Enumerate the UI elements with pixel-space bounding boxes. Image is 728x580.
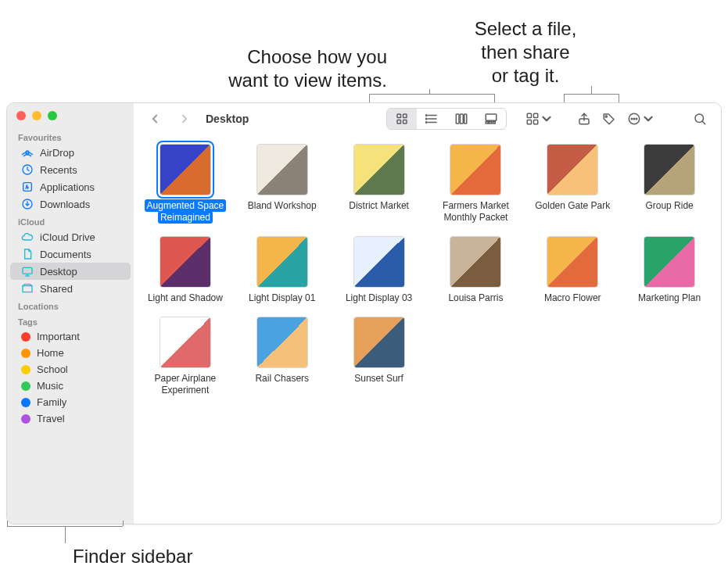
- file-item[interactable]: Marketing Plan: [624, 236, 715, 304]
- sidebar-item-desktop[interactable]: Desktop: [10, 263, 131, 280]
- file-label: Bland Workshop: [248, 200, 317, 211]
- section-header: Favourites: [7, 128, 134, 144]
- file-thumbnail: [256, 144, 308, 195]
- tag-dot: [21, 365, 30, 374]
- callout-sidebar: Finder sidebar: [73, 546, 192, 567]
- file-item[interactable]: Group Ride: [624, 144, 715, 224]
- svg-rect-22: [490, 122, 492, 124]
- tag-button[interactable]: [597, 109, 621, 129]
- callout-share: Select a file, then share or tag it.: [463, 17, 588, 88]
- svg-point-29: [605, 116, 607, 117]
- svg-rect-17: [456, 114, 459, 124]
- sidebar-item-documents[interactable]: Documents: [10, 245, 131, 263]
- file-item[interactable]: Sunset Surf: [334, 317, 425, 396]
- maximize-button[interactable]: [48, 111, 57, 120]
- file-item[interactable]: Light and Shadow: [140, 236, 231, 304]
- file-item[interactable]: District Market: [334, 144, 425, 224]
- file-item[interactable]: Augmented Space Reimagined: [140, 144, 231, 224]
- tag-label: Travel: [37, 413, 65, 424]
- file-thumbnail: [353, 317, 405, 368]
- tag-dot: [21, 349, 30, 358]
- list-view-button[interactable]: [417, 109, 446, 129]
- tag-item-family[interactable]: Family: [10, 394, 131, 410]
- location-title: Desktop: [206, 113, 249, 125]
- file-item[interactable]: Light Display 03: [334, 236, 425, 304]
- content-area[interactable]: Augmented Space ReimaginedBland Workshop…: [134, 134, 721, 524]
- file-thumbnail: [353, 236, 405, 288]
- share-button[interactable]: [572, 109, 596, 129]
- svg-rect-10: [403, 120, 407, 124]
- tag-item-music[interactable]: Music: [10, 378, 131, 394]
- file-item[interactable]: Light Display 01: [237, 236, 328, 304]
- column-view-button[interactable]: [446, 109, 476, 129]
- file-thumbnail: [160, 317, 211, 368]
- tag-item-home[interactable]: Home: [10, 345, 131, 361]
- sidebar-item-shared[interactable]: Shared: [10, 280, 131, 297]
- svg-point-16: [426, 122, 428, 124]
- sidebar-item-downloads[interactable]: Downloads: [10, 195, 131, 213]
- file-item[interactable]: Farmers Market Monthly Packet: [431, 144, 522, 224]
- airdrop-icon: [21, 146, 34, 159]
- file-label: Farmers Market Monthly Packet: [443, 200, 509, 223]
- sidebar-item-label: Applications: [40, 181, 95, 193]
- tag-label: Music: [37, 380, 63, 392]
- file-label: Light Display 03: [346, 292, 412, 303]
- file-label: Marketing Plan: [638, 292, 701, 303]
- callout-line: [591, 86, 592, 94]
- svg-rect-9: [397, 120, 401, 124]
- file-thumbnail: [353, 144, 405, 195]
- sidebar-item-recents[interactable]: Recents: [10, 161, 131, 178]
- gallery-view-button[interactable]: [476, 109, 506, 129]
- tag-dot: [21, 332, 30, 342]
- tag-label: School: [37, 363, 68, 375]
- file-item[interactable]: Macro Flower: [527, 236, 618, 304]
- sidebar-item-airdrop[interactable]: AirDrop: [10, 144, 131, 161]
- callout-line: [65, 526, 66, 543]
- main-area: Desktop: [134, 103, 721, 524]
- tag-item-school[interactable]: School: [10, 361, 131, 378]
- finder-window: FavouritesAirDropRecentsApplicationsDown…: [6, 102, 722, 525]
- search-button[interactable]: [688, 109, 712, 129]
- group-button[interactable]: [521, 109, 558, 129]
- back-button[interactable]: [143, 109, 167, 129]
- file-label: Group Ride: [645, 200, 693, 211]
- sidebar-item-label: AirDrop: [40, 147, 74, 159]
- file-label: Sunset Surf: [354, 373, 403, 384]
- callout-view: Choose how you want to view items.: [215, 45, 387, 92]
- file-thumbnail: [256, 236, 308, 288]
- close-button[interactable]: [16, 111, 26, 120]
- tag-item-important[interactable]: Important: [10, 328, 131, 345]
- svg-rect-21: [486, 122, 488, 124]
- file-label: Golden Gate Park: [535, 200, 610, 211]
- file-item[interactable]: Paper Airplane Experiment: [140, 317, 231, 396]
- forward-button[interactable]: [173, 109, 196, 129]
- sidebar-item-icloud-drive[interactable]: iCloud Drive: [10, 228, 131, 245]
- file-thumbnail: [450, 144, 501, 195]
- sidebar-item-label: Desktop: [40, 266, 77, 277]
- file-label: District Market: [349, 200, 409, 211]
- svg-rect-27: [534, 120, 538, 124]
- tags-header: Tags: [7, 313, 134, 328]
- svg-rect-8: [403, 114, 407, 118]
- file-item[interactable]: Rail Chasers: [237, 317, 328, 396]
- svg-rect-20: [486, 114, 497, 120]
- tag-label: Family: [37, 396, 66, 408]
- minimize-button[interactable]: [32, 111, 41, 120]
- file-label: Light and Shadow: [148, 292, 223, 303]
- file-label: Paper Airplane Experiment: [155, 373, 217, 396]
- svg-rect-19: [464, 114, 467, 124]
- svg-line-35: [702, 121, 705, 124]
- more-button[interactable]: [622, 109, 660, 129]
- section-header: Locations: [7, 297, 134, 313]
- svg-point-14: [426, 115, 428, 116]
- file-item[interactable]: Golden Gate Park: [527, 144, 618, 224]
- file-item[interactable]: Louisa Parris: [431, 236, 522, 304]
- tag-item-travel[interactable]: Travel: [10, 410, 131, 427]
- sidebar-item-applications[interactable]: Applications: [10, 178, 131, 195]
- svg-rect-26: [527, 120, 531, 124]
- file-item[interactable]: Bland Workshop: [237, 144, 328, 224]
- icon-view-button[interactable]: [387, 109, 417, 129]
- svg-rect-18: [461, 114, 464, 124]
- file-thumbnail: [644, 236, 695, 288]
- file-thumbnail: [547, 144, 598, 195]
